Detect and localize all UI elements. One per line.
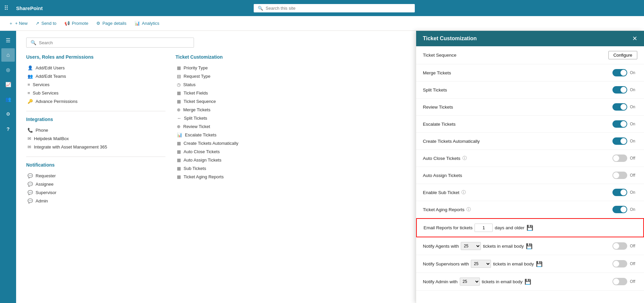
- new-button[interactable]: ＋ + New: [5, 18, 31, 28]
- request-icon: ▤: [177, 74, 181, 79]
- merge-icon: ⊕: [177, 107, 181, 112]
- menu-item-merge-tickets[interactable]: ⊕ Merge Tickets: [176, 106, 315, 114]
- escalate-icon: 📊: [177, 132, 182, 137]
- create-auto-toggle[interactable]: [612, 137, 627, 145]
- menu-item-escalate-tickets[interactable]: 📊 Escalate Tickets: [176, 131, 315, 139]
- search-icon: 🔍: [258, 6, 263, 11]
- menu-item-auto-assign-tickets[interactable]: ▦ Auto Assign Tickets: [176, 156, 315, 164]
- notify-agents-select[interactable]: 25 50 100: [461, 242, 481, 250]
- menu-item-request-type[interactable]: ▤ Request Type: [176, 72, 315, 80]
- menu-item-assignee[interactable]: 💬 Assignee: [26, 180, 165, 188]
- ticket-sequence-label: Ticket Sequence: [423, 53, 456, 58]
- notify-supervisors-select[interactable]: 25 50 100: [471, 260, 491, 268]
- merge-tickets-right: On: [612, 69, 637, 76]
- top-search-input[interactable]: [266, 6, 411, 11]
- review-tickets-toggle[interactable]: [612, 103, 627, 111]
- row-notify-agents: Notify Agents with 25 50 100 tickets in …: [416, 237, 644, 255]
- menu-item-add-edit-teams[interactable]: 👥 Add/Edit Teams: [26, 72, 165, 80]
- promote-button[interactable]: 📢 Promote: [61, 19, 92, 28]
- auto-close-right: Off: [612, 155, 637, 162]
- pagedetails-button[interactable]: ⚙ Page details: [93, 19, 130, 28]
- review-icon: ⊕: [177, 124, 181, 129]
- notify-supervisors-toggle[interactable]: [612, 260, 627, 267]
- sidebar-people-icon[interactable]: 👥: [1, 93, 15, 106]
- menu-item-advance-permissions[interactable]: 🔑 Advance Permissions: [26, 97, 165, 106]
- menu-item-auto-close-tickets[interactable]: ▦ Auto Close Tickets: [176, 147, 315, 156]
- sidebar-home-icon[interactable]: ⌂: [1, 48, 15, 62]
- merge-tickets-toggle[interactable]: [612, 69, 627, 76]
- content-search-icon: 🔍: [31, 40, 36, 45]
- notify-agents-save-icon[interactable]: 💾: [526, 243, 533, 249]
- menu-item-integrate-asset[interactable]: ✉ Integrate with Asset Management 365: [26, 143, 165, 151]
- sidebar-chart-icon[interactable]: 📈: [1, 78, 15, 91]
- menu-item-ticket-sequence[interactable]: ▦ Ticket Sequence: [176, 97, 315, 106]
- create-auto-label: Create Tickets Automatically: [423, 139, 480, 144]
- menu-item-priority-type[interactable]: ▦ Priority Type: [176, 64, 315, 72]
- escalate-tickets-toggle[interactable]: [612, 120, 627, 128]
- escalate-tickets-label: Escalate Tickets: [423, 122, 456, 127]
- top-bar: ⠿ SharePoint 🔍: [0, 0, 644, 16]
- notify-supervisors-save-icon[interactable]: 💾: [536, 261, 543, 267]
- menu-item-create-tickets-auto[interactable]: ▦ Create Tickets Automatically: [176, 139, 315, 147]
- content-search-input[interactable]: [39, 40, 190, 45]
- menu-item-sub-services[interactable]: ≡ Sub Services: [26, 89, 165, 97]
- sidebar-menu-icon[interactable]: ☰: [1, 34, 15, 47]
- sendto-button[interactable]: ↗ Send to: [32, 19, 60, 28]
- menu-item-requester[interactable]: 💬 Requester: [26, 172, 165, 180]
- ticket-aging-toggle[interactable]: [612, 206, 627, 213]
- waffle-icon[interactable]: ⠿: [4, 4, 16, 12]
- menu-item-ticket-aging-reports[interactable]: ▦ Ticket Aging Reports: [176, 173, 315, 181]
- top-search: 🔍: [254, 4, 415, 12]
- enable-sub-ticket-info-icon: ⓘ: [461, 189, 466, 195]
- menu-item-review-ticket[interactable]: ⊕ Review Ticket: [176, 122, 315, 131]
- menu-item-split-tickets[interactable]: ↔ Split Tickets: [176, 114, 315, 122]
- ticket-sequence-right: Configure: [608, 51, 637, 59]
- create-auto-icon: ▦: [177, 141, 181, 146]
- menu-item-services[interactable]: ≡ Services: [26, 80, 165, 89]
- users-icon: 👤: [28, 65, 33, 70]
- auto-close-toggle[interactable]: [612, 155, 627, 162]
- split-tickets-toggle[interactable]: [612, 86, 627, 94]
- sidebar-globe-icon[interactable]: ◎: [1, 63, 15, 76]
- mail-icon: ✉: [28, 136, 31, 141]
- notify-admin-label: Notify Admin with 25 50 100 tickets in e…: [423, 278, 531, 286]
- panel-close-button[interactable]: ✕: [632, 36, 637, 42]
- auto-close-info-icon: ⓘ: [462, 155, 467, 161]
- command-bar: ＋ + New ↗ Send to 📢 Promote ⚙ Page detai…: [0, 16, 644, 31]
- sidebar-settings-icon[interactable]: ⚙: [1, 107, 15, 121]
- notify-admin-save-icon[interactable]: 💾: [525, 279, 531, 285]
- phone-icon: 📞: [28, 128, 33, 133]
- email-reports-save-icon[interactable]: 💾: [527, 225, 533, 231]
- split-tickets-label: Split Tickets: [423, 87, 447, 93]
- notify-agents-toggle[interactable]: [612, 242, 627, 250]
- menu-item-supervisor[interactable]: 💬 Supervisor: [26, 188, 165, 197]
- panel-title: Ticket Customization: [423, 36, 477, 42]
- menu-item-ticket-fields[interactable]: ▦ Ticket Fields: [176, 89, 315, 97]
- chat-icon-4: 💬: [28, 198, 33, 203]
- auto-assign-toggle[interactable]: [612, 172, 627, 179]
- notify-admin-select[interactable]: 25 50 100: [460, 278, 480, 286]
- sidebar-help-icon[interactable]: ?: [1, 122, 15, 135]
- teams-icon: 👥: [28, 74, 33, 79]
- row-notify-admin: Notify Admin with 25 50 100 tickets in e…: [416, 273, 644, 291]
- review-tickets-label: Review Tickets: [423, 105, 453, 110]
- menu-item-phone[interactable]: 📞 Phone: [26, 126, 165, 134]
- sequence-icon: ▦: [177, 99, 181, 104]
- analytics-button[interactable]: 📊 Analytics: [131, 19, 163, 28]
- menu-item-status[interactable]: ◷ Status: [176, 80, 315, 89]
- notify-supervisors-label: Notify Supervisors with 25 50 100 ticket…: [423, 260, 543, 268]
- auto-assign-icon: ▦: [177, 158, 181, 163]
- share-icon: ↗: [36, 21, 39, 26]
- notify-admin-toggle[interactable]: [612, 278, 627, 285]
- menu-item-admin[interactable]: 💬 Admin: [26, 197, 165, 205]
- configure-button[interactable]: Configure: [608, 51, 637, 59]
- menu-item-sub-tickets[interactable]: ▦ Sub Tickets: [176, 164, 315, 173]
- email-reports-input[interactable]: [475, 224, 493, 232]
- menu-item-add-edit-users[interactable]: 👤 Add/Edit Users: [26, 64, 165, 72]
- menu-item-helpdesk-mailbox[interactable]: ✉ Helpdesk MailBox: [26, 134, 165, 143]
- enable-sub-ticket-toggle[interactable]: [612, 189, 627, 196]
- email-reports-label: Email Reports for tickets days and older…: [424, 224, 533, 232]
- ticket-menu: ▦ Priority Type ▤ Request Type ◷ Status …: [176, 64, 315, 181]
- row-auto-assign: Auto Assign Tickets Off: [416, 167, 644, 184]
- plus-icon: ＋: [9, 20, 13, 26]
